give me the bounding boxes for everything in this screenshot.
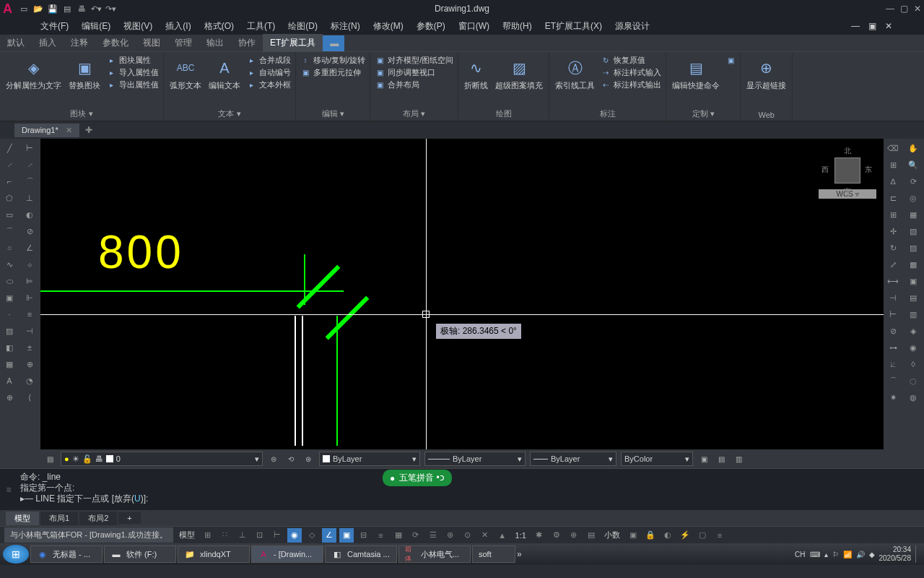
workspace-icon[interactable]: ⚙ <box>549 528 564 543</box>
mod-scale-icon[interactable]: ⤢ <box>885 256 901 272</box>
tool-rect-icon[interactable]: ▭ <box>1 207 17 223</box>
ribbon-tab-output[interactable]: 输出 <box>199 34 231 52</box>
dim-angular-icon[interactable]: ∠ <box>22 240 38 256</box>
panel-title-edit[interactable]: 编辑 ▾ <box>300 107 365 119</box>
maximize-icon[interactable]: ▢ <box>900 4 908 14</box>
mod-offset-icon[interactable]: ⊏ <box>885 190 901 206</box>
redo-icon[interactable]: ↷▾ <box>105 3 116 14</box>
ribbon-tab-default[interactable]: 默认 <box>0 34 32 52</box>
task-explorer[interactable]: ▬软件 (F:) <box>104 545 176 563</box>
ortho-toggle-icon[interactable]: ⊢ <box>270 528 284 543</box>
infer-toggle-icon[interactable]: ⊥ <box>235 528 250 543</box>
dim-jog-icon[interactable]: ⟨ <box>22 389 38 405</box>
menu-file[interactable]: 文件(F) <box>35 19 74 34</box>
model-tab[interactable]: 模型 <box>6 512 39 525</box>
polar-toggle-icon[interactable]: ◉ <box>287 528 302 543</box>
tool-pline-icon[interactable]: ⌐ <box>1 173 17 189</box>
dim-quick-icon[interactable]: ⟐ <box>22 256 38 272</box>
ribbon-tab-et-ext[interactable]: ET扩展工具 <box>263 34 323 52</box>
show-desktop-button[interactable] <box>915 545 921 563</box>
dim-diameter-icon[interactable]: ⊘ <box>22 223 38 239</box>
prop-extra3-icon[interactable]: ▥ <box>732 452 745 465</box>
tray-expand-icon[interactable]: ▴ <box>824 551 828 558</box>
layer-dropdown[interactable]: ●☀🔓🖶 0 ▾ <box>61 452 263 466</box>
iso-toggle-icon[interactable]: ◇ <box>305 528 319 543</box>
nav-extra4-icon[interactable]: ▩ <box>905 256 921 272</box>
mod-stretch-icon[interactable]: ⟷ <box>885 273 901 289</box>
dynamic-input-icon[interactable]: ⊡ <box>253 528 267 543</box>
mod-trim-icon[interactable]: ⊣ <box>885 290 901 306</box>
ribbon-tab-param[interactable]: 参数化 <box>95 34 136 52</box>
merge-para-button[interactable]: ▸合并成段 <box>246 55 291 66</box>
task-camtasia[interactable]: ◧Camtasia ... <box>325 545 397 563</box>
task-overflow-icon[interactable]: » <box>517 549 522 559</box>
minimize-icon[interactable]: — <box>886 4 894 14</box>
layer-match-icon[interactable]: ⊜ <box>267 452 280 465</box>
nav-extra5-icon[interactable]: ▣ <box>905 273 921 289</box>
tool-point-icon[interactable]: · <box>1 306 17 322</box>
tool-region-icon[interactable]: ◧ <box>1 340 17 355</box>
export-attr-button[interactable]: ▸导出属性值 <box>106 79 159 90</box>
snap-toggle-icon[interactable]: ∷ <box>218 528 232 543</box>
nav-extra12-icon[interactable]: ◍ <box>905 389 921 405</box>
cmd-handle-icon[interactable]: ≡ <box>0 469 17 510</box>
menu-param[interactable]: 参数(P) <box>411 19 451 34</box>
tool-line-icon[interactable]: ╱ <box>1 140 17 156</box>
mod-mirror-icon[interactable]: ∆ <box>885 173 901 189</box>
tool-spline-icon[interactable]: ∿ <box>1 256 17 272</box>
dimstyle-out-button[interactable]: ⇠标注样式输出 <box>601 79 661 90</box>
osnap-toggle-icon[interactable]: ∠ <box>322 528 336 543</box>
layout1-tab[interactable]: 布局1 <box>40 512 78 525</box>
3dosnap-icon[interactable]: ☰ <box>426 528 440 543</box>
custom-extra-button[interactable]: ▣ <box>725 55 736 65</box>
auto-number-button[interactable]: ▸自动编号 <box>246 67 291 78</box>
dim-inspect-icon[interactable]: ◔ <box>22 373 38 389</box>
compass-north[interactable]: 北 <box>844 146 851 156</box>
dim-ordinate-icon[interactable]: ⊥ <box>22 190 38 206</box>
anno-scale[interactable]: 1:1 <box>513 531 529 540</box>
view-cube[interactable]: 北 南 东 西 WCS ▿ <box>819 146 876 218</box>
dimstyle-in-button[interactable]: ⇢标注样式输入 <box>601 67 661 78</box>
nav-extra6-icon[interactable]: ▤ <box>905 290 921 306</box>
gizmo-icon[interactable]: ✕ <box>478 528 492 543</box>
lineweight-dropdown[interactable]: ByLayer▾ <box>530 452 616 466</box>
nav-extra8-icon[interactable]: ◈ <box>905 323 921 339</box>
tool-block-icon[interactable]: ▣ <box>1 290 17 306</box>
task-soft[interactable]: soft <box>472 545 515 563</box>
lineweight-toggle-icon[interactable]: ≡ <box>374 528 388 543</box>
menu-format[interactable]: 格式(O) <box>199 19 240 34</box>
prop-extra2-icon[interactable]: ▤ <box>715 452 728 465</box>
restore-orig-button[interactable]: ↻恢复原值 <box>601 55 661 66</box>
tool-circle-icon[interactable]: ○ <box>1 240 17 256</box>
tray-extra-icon[interactable]: ◆ <box>869 551 875 558</box>
ribbon-tab-view[interactable]: 视图 <box>136 34 167 52</box>
compass-west[interactable]: 西 <box>821 165 829 175</box>
nav-extra1-icon[interactable]: ▦ <box>905 207 921 223</box>
selection-cycle-icon[interactable]: ⟳ <box>409 528 423 543</box>
tray-volume-icon[interactable]: 🔊 <box>856 551 865 558</box>
saveas-icon[interactable]: ▤ <box>61 3 73 14</box>
drawing-canvas[interactable]: 800 极轴: 286.3465 < 0° 北 南 东 西 WCS ▿ <box>40 139 884 449</box>
mod-array-icon[interactable]: ⊞ <box>885 207 901 223</box>
tool-ellipse-icon[interactable]: ⬭ <box>1 273 17 289</box>
sync-viewport-button[interactable]: ▣同步调整视口 <box>375 67 453 78</box>
tool-ray-icon[interactable]: ⟋ <box>1 157 17 173</box>
nav-extra11-icon[interactable]: ◌ <box>905 373 921 389</box>
text-frame-button[interactable]: ▸文本外框 <box>246 79 291 90</box>
panel-title-custom[interactable]: 定制 ▾ <box>671 107 736 119</box>
dim-aligned-icon[interactable]: ⟋ <box>22 157 38 173</box>
super-hatch-button[interactable]: ▨超级图案填充 <box>494 55 544 91</box>
dim-arc-icon[interactable]: ⌒ <box>22 173 38 189</box>
menu-tools[interactable]: 工具(T) <box>241 19 281 34</box>
doc-minimize-icon[interactable]: — <box>848 21 863 31</box>
plotstyle-dropdown[interactable]: ByColor▾ <box>621 452 693 466</box>
mod-explode-icon[interactable]: ✷ <box>885 389 901 405</box>
mod-copy-icon[interactable]: ⊞ <box>885 157 901 173</box>
menu-help[interactable]: 帮助(H) <box>497 19 538 34</box>
mod-rotate-icon[interactable]: ↻ <box>885 240 901 256</box>
anno-monitor-icon[interactable]: ⊕ <box>567 528 581 543</box>
dim-break-icon[interactable]: ⊣ <box>22 323 38 339</box>
compass-east[interactable]: 东 <box>865 165 872 175</box>
ribbon-tab-insert[interactable]: 插入 <box>32 34 64 52</box>
prop-extra1-icon[interactable]: ▣ <box>697 452 710 465</box>
